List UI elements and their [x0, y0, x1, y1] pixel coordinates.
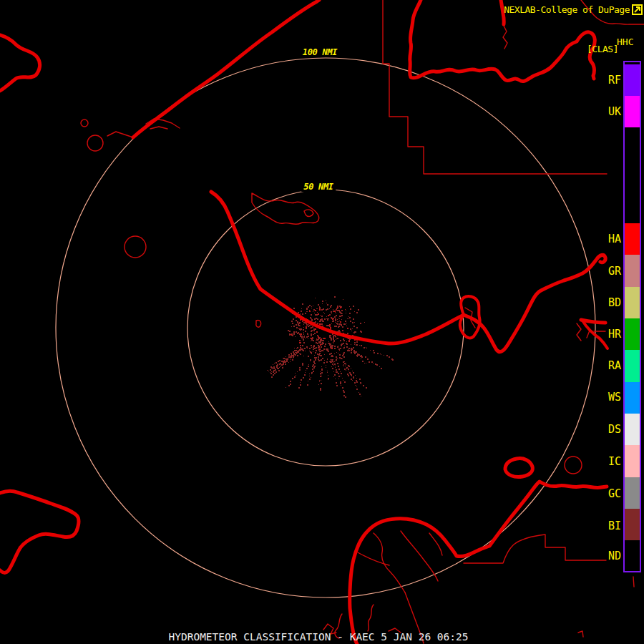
product-code: HHC: [617, 36, 633, 47]
legend-swatch-WS: [625, 382, 640, 414]
legend-label-ND: ND: [592, 550, 621, 562]
range-ring-50-label: 50 NMI: [301, 182, 336, 192]
range-ring-100-label: 100 NMI: [301, 47, 339, 57]
legend-label-BD: BD: [592, 296, 621, 309]
legend-label-UK: UK: [592, 105, 621, 118]
cod-logo-icon: [632, 4, 643, 15]
legend-label-BI: BI: [592, 519, 621, 532]
legend-swatch-DS: [625, 414, 640, 445]
legend-label-WS: WS: [592, 391, 621, 404]
product-tag: [CLAS]: [587, 44, 618, 54]
legend-swatch-RF: [625, 64, 640, 96]
status-text: HYDROMETEOR CLASSIFICATION - KAEC 5 JAN …: [168, 631, 468, 643]
legend-swatch-ND: [625, 540, 640, 570]
legend-swatch-BI: [625, 509, 640, 540]
legend-swatch-BD: [625, 287, 640, 318]
legend-label-IC: IC: [592, 455, 621, 468]
legend-label-DS: DS: [592, 423, 621, 436]
legend-label-GR: GR: [592, 265, 621, 278]
legend-label-HR: HR: [592, 328, 621, 341]
legend-swatch-UK: [625, 96, 640, 127]
legend-swatch-IC: [625, 445, 640, 477]
legend-swatch-GR: [625, 255, 640, 287]
legend-swatch-GC: [625, 477, 640, 509]
map-outlines-thin: [81, 0, 644, 643]
radar-echo-speckles: [267, 296, 394, 398]
legend-swatch-RA: [625, 350, 640, 382]
legend-label-GC: GC: [592, 487, 621, 500]
legend-label-HA: HA: [592, 233, 621, 245]
radar-display: NEXLAB-College of DuPage HHC [CLAS] 100 …: [0, 0, 644, 644]
legend-label-RF: RF: [592, 74, 621, 87]
brand-text: NEXLAB-College of DuPage: [504, 4, 630, 15]
radar-map: [0, 0, 644, 644]
legend-swatch-HA: [625, 223, 640, 255]
legend-swatch-HR: [625, 318, 640, 350]
legend-label-RA: RA: [592, 359, 621, 372]
